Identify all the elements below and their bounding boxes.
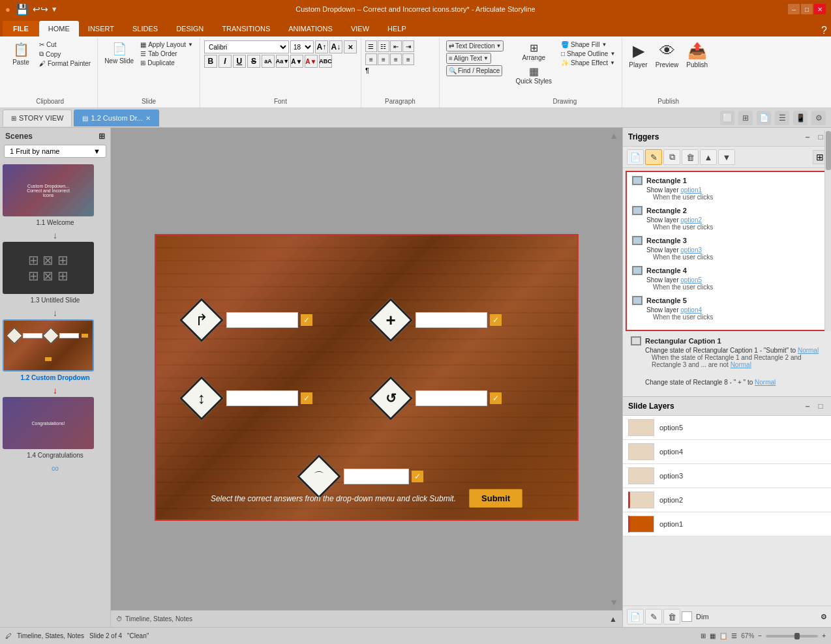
scene-thumb-1-2[interactable] [3,319,94,372]
layer-item-option5[interactable]: option5 [623,416,831,440]
font-size-decrease-button[interactable]: A↓ [329,40,342,53]
move-up-trigger-button[interactable]: ▲ [700,149,717,165]
apply-layout-button[interactable]: ▦ Apply Layout ▼ [138,40,196,49]
abc-button[interactable]: ABC [319,55,332,68]
highlight-button[interactable]: A▼ [290,55,303,68]
zoom-slider[interactable] [766,635,818,637]
tab-help[interactable]: HELP [378,21,416,37]
shape-outline-button[interactable]: □ Shape Outline ▼ [558,50,618,58]
layer-item-option1[interactable]: option1 [623,512,831,536]
scenes-copy-icon[interactable]: ⊞ [98,132,105,141]
timeline-expand-icon[interactable]: ▲ [609,615,617,624]
view-icon-5[interactable]: 📱 [793,111,808,125]
settings-icon[interactable]: ⚙ [811,111,826,125]
bullet-list-button[interactable]: ☰ [365,40,377,52]
tab-design[interactable]: DESIGN [167,21,213,37]
shape-fill-button[interactable]: 🪣 Shape Fill ▼ [558,40,618,49]
tab-insert[interactable]: INSERT [79,21,123,37]
delete-trigger-button[interactable]: 🗑 [682,149,699,165]
underline-button[interactable]: U [233,55,246,68]
arrange-button[interactable]: ⊞ Arrange [511,40,556,63]
trigger-rect2-link[interactable]: option2 [680,216,702,224]
layer-item-option3[interactable]: option3 [623,464,831,488]
help-icon[interactable]: ? [821,25,831,37]
submit-button[interactable]: Submit [469,489,522,508]
dropdown-input-1[interactable] [226,312,298,328]
layer-item-option4[interactable]: option4 [623,440,831,464]
new-slide-button[interactable]: 📄 New Slide [102,40,136,66]
quick-styles-button[interactable]: ▦ Quick Styles [511,64,556,86]
paste-button[interactable]: 📋 Paste [7,40,35,68]
scroll-up-button[interactable]: ▲ [609,130,618,141]
trigger-caption1-link[interactable]: Normal [798,347,819,354]
close-button[interactable]: ✕ [814,4,826,14]
tab-view[interactable]: VIEW [342,21,378,37]
find-replace-button[interactable]: 🔍 Find / Replace [446,65,502,76]
align-text-button[interactable]: ≡ Align Text ▼ [446,53,491,64]
shape-effect-button[interactable]: ✨ Shape Effect ▼ [558,59,618,67]
copy-button[interactable]: ⧉ Copy [37,50,93,59]
trigger-rect5-link[interactable]: option4 [680,306,702,314]
cut-button[interactable]: ✂ Cut [37,40,93,49]
minimize-button[interactable]: – [788,4,800,14]
triggers-collapse-button[interactable]: – [802,132,813,142]
format-painter-button[interactable]: 🖌 Format Painter [37,59,93,68]
preview-button[interactable]: 👁 Preview [653,40,682,70]
layers-settings-button[interactable]: ⚙ [821,613,827,621]
duplicate-button[interactable]: ⊞ Duplicate [138,59,196,67]
tab-slides[interactable]: SLIDES [123,21,167,37]
trigger-rect3-link[interactable]: option3 [680,246,702,254]
dropdown-input-3[interactable] [226,390,298,406]
bold-button[interactable]: B [204,55,217,68]
strikethrough-button[interactable]: S [247,55,260,68]
justify-button[interactable]: ≡ [402,53,414,65]
view-icon-1[interactable]: ⬜ [720,111,734,125]
font-case-button[interactable]: aA [262,55,275,68]
move-down-trigger-button[interactable]: ▼ [718,149,735,165]
font-color-button[interactable]: A▼ [305,55,318,68]
trigger-rect8-link[interactable]: Normal [755,379,776,386]
font-size-increase-button[interactable]: A↑ [315,40,328,53]
scene-thumb-1-3[interactable]: ⊞ ⊠ ⊞⊞ ⊠ ⊞ [3,242,94,294]
font-size-dropdown[interactable]: 18 [290,40,314,53]
font-size-aa-button[interactable]: Aa▼ [276,55,289,68]
zoom-out-icon[interactable]: − [758,632,762,639]
view-reading-icon[interactable]: ☰ [731,632,737,639]
dropdown-input-4[interactable] [416,390,487,406]
italic-button[interactable]: I [219,55,232,68]
align-right-button[interactable]: ≡ [390,53,402,65]
trigger-rect4-link[interactable]: option5 [680,276,702,284]
zoom-in-icon[interactable]: + [822,632,826,639]
delete-layer-button[interactable]: 🗑 [663,609,680,624]
edit-layer-button[interactable]: ✎ [645,609,662,624]
scroll-down-button[interactable]: ▼ [609,597,618,607]
player-button[interactable]: ▶ Player [626,40,650,70]
trigger-rect1-link[interactable]: option1 [680,186,702,194]
new-layer-button[interactable]: 📄 [627,609,644,624]
story-view-tab[interactable]: ⊞ STORY VIEW [3,110,72,126]
maximize-button[interactable]: □ [801,4,813,14]
edit-trigger-button[interactable]: ✎ [645,149,662,165]
new-trigger-button[interactable]: 📄 [627,149,644,165]
layers-expand-button[interactable]: □ [815,401,826,411]
layers-collapse-button[interactable]: – [802,401,813,411]
view-icon-2[interactable]: ⊞ [738,111,753,125]
scenes-dropdown[interactable]: 1 Fruit by name ▼ [4,145,106,158]
tab-close-button[interactable]: ✕ [145,115,151,122]
dropdown-input-2[interactable] [416,312,487,328]
decrease-indent-button[interactable]: ⇤ [390,40,402,52]
view-grid-icon[interactable]: ▦ [710,632,716,639]
layer-item-option2[interactable]: option2 [623,488,831,512]
clear-format-button[interactable]: ✕ [344,40,357,53]
trigger-caption1-condition-link[interactable]: Normal [731,361,751,368]
view-normal-icon[interactable]: ⊞ [701,632,706,639]
tab-animations[interactable]: ANIMATIONS [279,21,342,37]
publish-button[interactable]: 📤 Publish [684,40,710,70]
tab-file[interactable]: FILE [3,21,39,37]
tab-transitions[interactable]: TRANSITIONS [213,21,279,37]
dim-checkbox[interactable] [682,611,692,622]
tab-order-button[interactable]: ☰ Tab Order [138,50,196,58]
triggers-scrollbar[interactable] [824,130,831,331]
custom-dropdown-tab[interactable]: ▤ 1.2 Custom Dr... ✕ [74,110,159,126]
scene-thumb-1-1[interactable]: Custom Dropdown...Correct and IncorrectI… [3,164,94,216]
